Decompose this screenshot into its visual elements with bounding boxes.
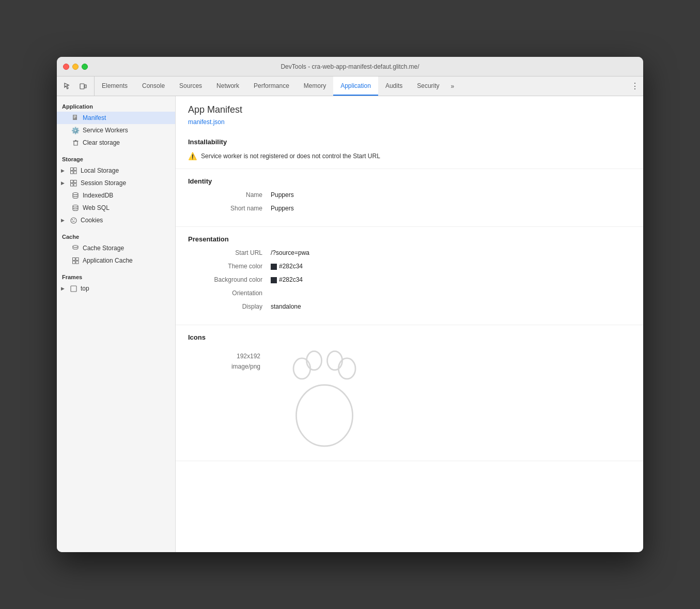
- sidebar-item-manifest[interactable]: Manifest: [57, 112, 175, 124]
- page-title: App Manifest: [188, 104, 631, 115]
- inspect-element-button[interactable]: [61, 80, 74, 93]
- tab-console[interactable]: Console: [135, 77, 172, 96]
- start-url-label: Start URL: [188, 249, 271, 256]
- traffic-lights: [63, 64, 88, 70]
- content-header: App Manifest manifest.json: [176, 96, 643, 130]
- sidebar-item-indexeddb[interactable]: IndexedDB: [57, 189, 175, 202]
- svg-rect-24: [72, 261, 75, 264]
- display-label: Display: [188, 303, 271, 310]
- orientation-row: Orientation: [188, 290, 631, 297]
- minimize-button[interactable]: [72, 64, 79, 70]
- tab-application[interactable]: Application: [333, 77, 378, 96]
- sidebar-section-cache: Cache: [57, 231, 175, 242]
- local-storage-arrow-icon: ▶: [61, 168, 66, 173]
- sidebar-item-web-sql[interactable]: Web SQL: [57, 202, 175, 214]
- service-workers-icon: ⚙️: [71, 127, 80, 134]
- device-toolbar-button[interactable]: [76, 80, 90, 93]
- web-sql-icon: [71, 204, 80, 211]
- short-name-value: Puppers: [271, 205, 294, 212]
- sidebar-item-session-storage[interactable]: ▶ Session Storage: [57, 177, 175, 189]
- manifest-link[interactable]: manifest.json: [188, 118, 225, 126]
- svg-point-30: [327, 351, 342, 370]
- tabs-overflow-button[interactable]: »: [447, 77, 459, 96]
- identity-shortname-row: Short name Puppers: [188, 205, 631, 212]
- presentation-title: Presentation: [188, 235, 631, 243]
- sidebar-item-cache-storage[interactable]: Cache Storage: [57, 242, 175, 254]
- tab-network[interactable]: Network: [209, 77, 246, 96]
- svg-rect-12: [70, 184, 73, 186]
- tab-elements[interactable]: Elements: [95, 77, 135, 96]
- start-url-value[interactable]: /?source=pwa: [271, 249, 309, 256]
- application-cache-label: Application Cache: [83, 257, 133, 264]
- close-button[interactable]: [63, 64, 69, 70]
- svg-rect-8: [70, 171, 73, 174]
- svg-rect-0: [80, 84, 84, 89]
- paw-image: [273, 347, 376, 452]
- warning-icon: ⚠️: [188, 152, 197, 160]
- svg-rect-9: [74, 171, 76, 174]
- svg-rect-23: [76, 257, 79, 260]
- cookies-label: Cookies: [81, 217, 103, 224]
- sidebar-item-application-cache[interactable]: Application Cache: [57, 254, 175, 267]
- main-content: Application Manifest ⚙️ Service Workers: [57, 96, 643, 552]
- session-storage-arrow-icon: ▶: [61, 180, 66, 186]
- theme-color-value: #282c34: [271, 263, 303, 270]
- sidebar-item-cookies[interactable]: ▶ Cookies: [57, 214, 175, 226]
- tab-security[interactable]: Security: [410, 77, 446, 96]
- sidebar-item-clear-storage[interactable]: Clear storage: [57, 136, 175, 149]
- service-workers-label: Service Workers: [83, 127, 128, 134]
- theme-color-label: Theme color: [188, 263, 271, 270]
- start-url-row: Start URL /?source=pwa: [188, 249, 631, 256]
- tabs-container: Elements Console Sources Network Perform…: [95, 77, 627, 96]
- display-value: standalone: [271, 303, 301, 310]
- svg-rect-22: [72, 257, 75, 260]
- tab-performance[interactable]: Performance: [246, 77, 297, 96]
- clear-storage-icon: [71, 140, 80, 146]
- svg-rect-5: [74, 118, 75, 118]
- tab-memory[interactable]: Memory: [297, 77, 333, 96]
- application-cache-icon: [71, 257, 80, 264]
- icon-type: image/png: [231, 363, 260, 370]
- svg-point-17: [72, 219, 73, 220]
- svg-rect-11: [74, 180, 76, 182]
- name-label: Name: [188, 191, 271, 199]
- svg-rect-4: [74, 117, 76, 117]
- local-storage-label: Local Storage: [81, 167, 119, 174]
- sidebar-item-local-storage[interactable]: ▶ Local Storage: [57, 164, 175, 177]
- tab-sources[interactable]: Sources: [172, 77, 209, 96]
- installability-title: Installability: [188, 138, 631, 146]
- svg-point-19: [73, 220, 74, 221]
- svg-point-31: [296, 385, 352, 446]
- clear-storage-label: Clear storage: [83, 139, 120, 146]
- theme-color-row: Theme color #282c34: [188, 263, 631, 270]
- svg-rect-6: [70, 168, 73, 170]
- icon-labels: 192x192 image/png: [188, 347, 260, 370]
- tab-toolbar: [57, 77, 95, 96]
- svg-rect-7: [74, 168, 76, 170]
- maximize-button[interactable]: [82, 64, 88, 70]
- frame-icon: [69, 285, 77, 292]
- identity-section: Identity Name Puppers Short name Puppers: [176, 169, 643, 227]
- devtools-menu-button[interactable]: ⋮: [627, 77, 643, 96]
- short-name-label: Short name: [188, 205, 271, 212]
- icon-info: 192x192 image/png: [188, 347, 631, 452]
- installability-warning: ⚠️ Service worker is not registered or d…: [188, 152, 631, 160]
- svg-rect-10: [70, 180, 73, 182]
- tab-audits[interactable]: Audits: [378, 77, 410, 96]
- background-color-label: Background color: [188, 276, 271, 283]
- sidebar-item-service-workers[interactable]: ⚙️ Service Workers: [57, 124, 175, 136]
- svg-point-29: [306, 351, 321, 370]
- svg-point-16: [71, 218, 76, 223]
- session-storage-label: Session Storage: [81, 179, 126, 187]
- top-frame-arrow-icon: ▶: [61, 286, 66, 291]
- cache-storage-label: Cache Storage: [83, 245, 124, 252]
- installability-section: Installability ⚠️ Service worker is not …: [176, 130, 643, 169]
- warning-text: Service worker is not registered or does…: [201, 153, 380, 160]
- name-value: Puppers: [271, 191, 294, 199]
- background-color-value: #282c34: [271, 276, 303, 283]
- content-panel: App Manifest manifest.json Installabilit…: [176, 96, 643, 552]
- manifest-icon: [71, 114, 80, 121]
- sidebar-section-storage: Storage: [57, 153, 175, 164]
- icons-section: Icons 192x192 image/png: [176, 325, 643, 461]
- sidebar-item-top-frame[interactable]: ▶ top: [57, 282, 175, 295]
